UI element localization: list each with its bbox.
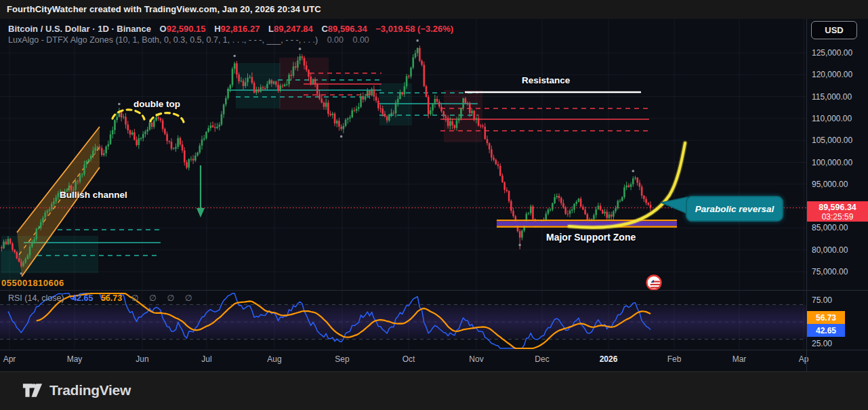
callout-parabolic-reversal[interactable]: Parabolic reversal xyxy=(686,196,783,222)
title-text: FourthCityWatcher created with TradingVi… xyxy=(7,4,321,14)
ohlc-high-label: H xyxy=(214,24,220,34)
price-axis-label: 110,000.00 xyxy=(812,114,852,123)
price-axis-label: 85,000.00 xyxy=(812,223,848,232)
axis-separator-vertical[interactable] xyxy=(806,19,807,371)
tradingview-logo-icon xyxy=(22,382,43,399)
price-axis-label: 95,000.00 xyxy=(812,180,848,189)
annotation-support-zone[interactable]: Major Support Zone xyxy=(546,232,636,243)
rsi-value: 42.65 xyxy=(72,293,93,303)
rsi-value-badge: 42.65 xyxy=(807,324,845,337)
rsi-ma-value: 56.73 xyxy=(101,293,122,303)
economic-event-flag-icon[interactable] xyxy=(646,274,662,291)
currency-label: USD xyxy=(825,25,843,35)
time-axis-label: Ap xyxy=(799,354,809,364)
rsi-legend-title: RSI (14, close) xyxy=(8,293,64,303)
price-axis-label: 105,000.00 xyxy=(812,136,852,145)
ohlc-high-value: 92,816.27 xyxy=(221,24,260,34)
indicator-title: LuxAlgo - DTFX Algo Zones (10, 1, Both, … xyxy=(8,35,318,45)
annotation-double-top[interactable]: double top xyxy=(133,99,180,109)
ohlc-low-value: 89,247.84 xyxy=(274,24,313,34)
price-axis-label: 120,000.00 xyxy=(812,70,852,79)
annotation-resistance[interactable]: Resistance xyxy=(522,75,570,85)
ohlc-close-value: 89,596.34 xyxy=(328,24,367,34)
price-badge-value: 89,596.34 xyxy=(807,203,868,212)
price-axis-label: 75,000.00 xyxy=(812,267,848,276)
time-axis-label: Jul xyxy=(201,354,211,364)
price-axis-label: 100,000.00 xyxy=(812,158,852,167)
ohlc-open-value: 92,590.15 xyxy=(167,24,206,34)
time-axis-label: Sep xyxy=(335,354,349,364)
symbol-title: Bitcoin / U.S. Dollar · 1D · Binance xyxy=(8,24,151,34)
time-axis-label: Aug xyxy=(267,354,281,364)
title-bar: FourthCityWatcher created with TradingVi… xyxy=(0,0,868,20)
time-axis-label: Feb xyxy=(667,354,682,364)
indicator-value-2: 0.00 xyxy=(352,35,369,45)
time-axis-label: Nov xyxy=(469,354,483,364)
ohlc-open-label: O xyxy=(160,24,167,34)
symbol-legend-row[interactable]: Bitcoin / U.S. Dollar · 1D · Binance O92… xyxy=(8,24,453,34)
indicator-value-1: 0.00 xyxy=(327,35,344,45)
price-axis-label: 115,000.00 xyxy=(812,92,852,102)
callout-text: Parabolic reversal xyxy=(695,204,774,214)
time-axis-label: 2026 xyxy=(600,354,618,364)
rsi-empty-values: ∅ ∅ ∅ ∅ xyxy=(131,293,197,303)
rsi-legend-row[interactable]: RSI (14, close) 42.65 56.73 ∅ ∅ ∅ ∅ xyxy=(8,293,197,303)
rsi-axis-label: 75.00 xyxy=(812,295,832,305)
chart-area[interactable]: Bitcoin / U.S. Dollar · 1D · Binance O92… xyxy=(0,19,868,371)
rsi-ma-badge: 56.73 xyxy=(807,311,845,324)
rsi-axis-label: 25.00 xyxy=(812,339,832,348)
time-axis-label: Oct xyxy=(402,354,415,364)
chart-canvas[interactable] xyxy=(0,19,868,371)
price-badge-countdown: 03:25:59 xyxy=(807,212,868,222)
time-axis-label: Jun xyxy=(136,354,148,364)
time-axis-label: Mar xyxy=(732,354,747,364)
tradingview-logo[interactable]: TradingView xyxy=(22,382,131,399)
watermark-number: 055001810606 xyxy=(1,278,64,288)
ohlc-close-label: C xyxy=(321,24,327,34)
time-axis-label: May xyxy=(67,354,83,364)
price-axis-label: 125,000.00 xyxy=(812,48,852,58)
change-value: −3,019.58 (−3.26%) xyxy=(375,24,453,34)
footer-bar: TradingView xyxy=(0,371,868,410)
time-axis-label: Apr xyxy=(3,354,16,364)
time-axis-separator xyxy=(0,350,868,350)
price-badge: 89,596.34 03:25:59 xyxy=(807,201,868,222)
currency-button[interactable]: USD xyxy=(811,21,857,39)
pane-separator[interactable] xyxy=(0,290,868,291)
indicator-legend-row[interactable]: LuxAlgo - DTFX Algo Zones (10, 1, Both, … xyxy=(8,35,369,45)
price-axis-label: 80,000.00 xyxy=(812,245,848,255)
ohlc-low-label: L xyxy=(268,24,274,34)
annotation-bullish-channel[interactable]: Bullish channel xyxy=(60,190,127,200)
time-axis-label: Dec xyxy=(535,354,549,364)
tradingview-logo-text: TradingView xyxy=(49,382,131,398)
